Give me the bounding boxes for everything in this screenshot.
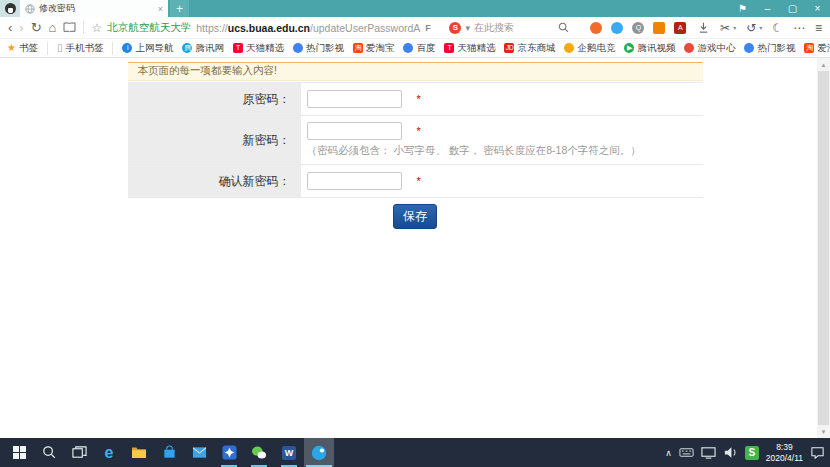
word-app-button[interactable]: W <box>274 438 304 467</box>
bookmark-star-icon[interactable]: ☆ <box>91 21 102 35</box>
flash-plugin-icon[interactable]: F <box>425 23 431 33</box>
word-icon: W <box>282 446 296 460</box>
file-explorer-button[interactable] <box>124 438 154 467</box>
toolbar-separator <box>83 21 84 34</box>
browser-tab[interactable]: 修改密码 × <box>20 0 168 17</box>
save-button[interactable]: 保存 <box>393 204 437 229</box>
bookmark-icon: 腾 <box>182 43 192 53</box>
bookmark-item[interactable]: 热门影视 <box>744 42 795 55</box>
bookmark-item[interactable]: 百度 <box>403 42 435 55</box>
night-mode-moon-icon[interactable]: ☾ <box>772 21 783 35</box>
bookmark-item[interactable]: i 上网导航 <box>122 42 173 55</box>
bookmark-icon: ★ <box>7 43 16 53</box>
action-center-icon[interactable] <box>810 445 825 460</box>
speaker-volume-icon[interactable] <box>723 445 738 460</box>
windows-logo-icon <box>13 446 26 459</box>
bookmark-icon <box>744 43 754 53</box>
bookmark-icon: ▯ <box>57 43 63 53</box>
sogou-ime-icon[interactable]: S <box>745 446 759 460</box>
field-cell: * <box>301 83 703 115</box>
bookmark-label: 京东商城 <box>517 42 555 55</box>
task-view-icon <box>72 445 87 460</box>
keyboard-ime-icon[interactable] <box>679 445 694 460</box>
compat-mode-icon[interactable] <box>436 23 437 32</box>
engine-caret-icon[interactable]: ▾ <box>465 23 470 33</box>
theme-flag-icon[interactable]: ⚑ <box>730 0 755 17</box>
address-bar[interactable]: ☆ 北京航空航天大学 https://ucs.buaa.edu.cn/updat… <box>91 21 436 35</box>
tab-close-icon[interactable]: × <box>158 4 163 14</box>
bookmark-label: 天猫精选 <box>246 42 284 55</box>
bookmark-icon: JD <box>504 43 514 53</box>
taskbar-clock[interactable]: 8:39 2020/4/11 <box>766 442 803 463</box>
display-projection-icon[interactable] <box>701 445 716 460</box>
back-button[interactable]: ‹ <box>8 21 12 34</box>
bookmark-label: 爱淘宝 <box>817 42 830 55</box>
bookmark-item[interactable]: ▯ 手机书签 <box>57 42 114 55</box>
refresh-button[interactable]: ↻ <box>31 21 42 34</box>
old-password-input[interactable] <box>307 90 402 108</box>
wechat-icon <box>251 445 267 460</box>
sogou-browser-button[interactable] <box>304 438 334 467</box>
bookmark-item[interactable]: 淘 爱淘宝 <box>804 42 830 55</box>
verified-site-name: 北京航空航天大学 <box>107 21 191 35</box>
required-asterisk: * <box>417 93 421 105</box>
scrollbar-thumb[interactable] <box>818 71 829 425</box>
menu-icon[interactable]: ≡ <box>815 21 822 35</box>
extension-icon[interactable] <box>611 22 623 34</box>
wechat-app-button[interactable] <box>244 438 274 467</box>
undo-recover-icon[interactable]: ↺ <box>746 21 756 35</box>
taskbar-search-button[interactable] <box>34 438 64 467</box>
bookmark-item[interactable]: T 天猫精选 <box>444 42 495 55</box>
form-row: 确认新密码： * <box>128 164 703 197</box>
extension-icons: Q A <box>590 22 686 34</box>
field-hint: （密码必须包含： 小写字母、 数字， 密码长度应在8-18个字符之间。） <box>307 144 703 158</box>
extension-icon[interactable]: Q <box>632 22 644 34</box>
scrollbar-up-arrow-icon[interactable]: ▲ <box>817 58 830 71</box>
blue-bird-app-button[interactable] <box>214 438 244 467</box>
confirm-password-input[interactable] <box>307 172 402 190</box>
scrollbar-down-arrow-icon[interactable]: ▼ <box>817 425 830 438</box>
undo-caret-icon[interactable]: ▾ <box>759 24 762 31</box>
extension-icon[interactable] <box>590 22 602 34</box>
bookmark-item[interactable]: 游戏中心 <box>684 42 735 55</box>
edge-app-button[interactable]: e <box>94 438 124 467</box>
home-button[interactable]: ⌂ <box>49 21 57 34</box>
scissors-caret-icon[interactable]: ▾ <box>733 24 736 31</box>
tray-chevron-up-icon[interactable]: ∧ <box>665 448 672 458</box>
extension-icon[interactable]: A <box>674 22 686 34</box>
page-scrollbar[interactable]: ▲ ▼ <box>817 58 830 438</box>
reading-list-icon[interactable] <box>63 22 76 33</box>
bookmark-item[interactable]: 热门影视 <box>293 42 344 55</box>
new-password-input[interactable] <box>307 122 402 140</box>
task-view-button[interactable] <box>64 438 94 467</box>
bookmark-item[interactable]: 企鹅电竞 <box>564 42 615 55</box>
bookmark-item[interactable]: 淘 爱淘宝 <box>353 42 395 55</box>
bookmark-icon: T <box>444 43 454 53</box>
new-tab-button[interactable]: + <box>170 0 189 17</box>
maximize-button[interactable]: ▢ <box>780 0 805 17</box>
notice-banner: 本页面的每一项都要输入内容! <box>128 62 703 81</box>
bookmark-item[interactable]: JD 京东商城 <box>504 42 555 55</box>
extension-icon[interactable] <box>653 22 665 34</box>
minimize-button[interactable]: – <box>755 0 780 17</box>
microsoft-store-button[interactable] <box>154 438 184 467</box>
download-icon[interactable] <box>697 21 710 34</box>
forward-button[interactable]: › <box>19 21 23 34</box>
screenshot-scissors-icon[interactable]: ✂ <box>720 21 730 35</box>
search-box[interactable]: S ▾ 在此搜索 <box>449 21 569 35</box>
sogou-engine-icon[interactable]: S <box>449 22 461 34</box>
search-magnifier-icon[interactable] <box>558 22 569 33</box>
bookmark-item[interactable]: ★ 书签 <box>7 42 48 55</box>
close-button[interactable]: × <box>805 0 830 17</box>
bookmark-icon <box>403 43 413 53</box>
bookmark-item[interactable]: 腾 腾讯网 <box>182 42 224 55</box>
bookmark-label: 腾讯网 <box>195 42 224 55</box>
bookmark-label: 天猫精选 <box>457 42 495 55</box>
bookmark-item[interactable]: ▶ 腾讯视频 <box>624 42 675 55</box>
start-button[interactable] <box>4 438 34 467</box>
user-avatar[interactable] <box>0 0 20 17</box>
more-options-icon[interactable]: ⋯ <box>793 21 805 35</box>
search-placeholder[interactable]: 在此搜索 <box>474 21 554 35</box>
bookmark-item[interactable]: T 天猫精选 <box>233 42 284 55</box>
mail-app-button[interactable] <box>184 438 214 467</box>
